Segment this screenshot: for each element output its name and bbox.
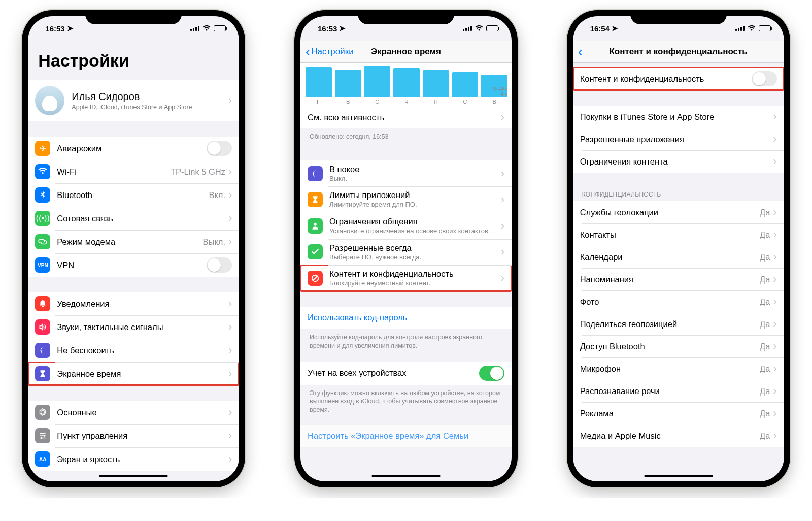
screen: 16:54 ➤ Контент и конфиденциальность Кон… (573, 16, 784, 481)
settings-row[interactable]: Ограничения общенияУстановите ограничени… (300, 213, 512, 239)
settings-row[interactable]: Разрешенные всегдаВыберите ПО, нужное вс… (300, 239, 512, 266)
row-toggle[interactable] (207, 141, 232, 156)
settings-row[interactable]: Покупки в iTunes Store и App Store (573, 106, 784, 128)
notch (85, 10, 182, 24)
row-icon (308, 218, 323, 234)
settings-row[interactable]: Доступ BluetoothДа (573, 335, 784, 357)
content-privacy-toggle-row[interactable]: Контент и конфиденциальность (573, 67, 784, 90)
settings-row[interactable]: Медиа и Apple MusicДа (573, 425, 784, 447)
usage-chart[interactable]: средн. 4 ч ПВСЧПСВ (300, 63, 512, 106)
chart-bar (423, 70, 449, 97)
row-toggle[interactable] (207, 257, 232, 273)
row-icon (308, 166, 323, 181)
profile-name: Илья Сидоров (72, 91, 228, 103)
row-icon (35, 164, 50, 179)
settings-row[interactable]: ✈︎Авиарежим (28, 137, 239, 160)
row-value: Да (760, 252, 770, 262)
signal-icon (190, 26, 199, 31)
status-time: 16:53 (45, 24, 64, 33)
notch (358, 10, 454, 24)
home-indicator[interactable] (99, 475, 168, 477)
settings-row[interactable]: Контент и конфиденциальностьБлокируйте н… (300, 265, 512, 291)
settings-row[interactable]: РекламаДа (573, 402, 784, 425)
settings-row[interactable]: Основные (28, 401, 239, 424)
screen: 16:53 ➤ Настройки Илья Сидоров Apple ID,… (28, 16, 239, 481)
chevron-icon (501, 272, 504, 285)
row-sublabel: Лимитируйте время для ПО. (329, 201, 501, 209)
settings-row[interactable]: Режим модемаВыкл. (28, 230, 239, 253)
share-toggle[interactable] (479, 366, 504, 381)
nav-bar: Настройки Экранное время (300, 41, 512, 63)
settings-row[interactable]: Не беспокоить (28, 339, 239, 362)
settings-row[interactable]: Поделиться геопозициейДа (573, 313, 784, 335)
row-label: Сотовая связь (57, 214, 228, 223)
settings-row[interactable]: В покоеВыкл. (300, 160, 512, 187)
settings-row[interactable]: МикрофонДа (573, 357, 784, 380)
back-button[interactable]: Настройки (306, 45, 354, 59)
row-label: Медиа и Apple Music (580, 431, 760, 441)
settings-row[interactable]: Звуки, тактильные сигналы (28, 315, 239, 339)
chevron-icon (228, 235, 232, 248)
row-label: Экран и яркость (57, 454, 228, 464)
row-label: Поделиться геопозицией (580, 319, 760, 329)
chevron-icon (501, 245, 504, 258)
settings-row[interactable]: VPNVPN (28, 253, 239, 277)
settings-row[interactable]: Ограничения контента (573, 150, 784, 173)
settings-row[interactable]: Разрешенные приложения (573, 128, 784, 150)
settings-row[interactable]: Уведомления (28, 292, 239, 315)
row-icon (35, 428, 50, 443)
settings-row[interactable]: AAЭкран и яркость (28, 447, 239, 471)
chevron-icon (773, 273, 776, 286)
avatar (35, 86, 64, 115)
back-button[interactable] (578, 45, 583, 59)
home-indicator[interactable] (371, 475, 440, 477)
settings-row[interactable]: Пункт управления (28, 424, 239, 447)
row-value: Да (760, 208, 770, 217)
settings-row[interactable]: КалендариДа (573, 246, 784, 268)
chevron-left-icon (306, 45, 310, 59)
settings-row[interactable]: КонтактыДа (573, 223, 784, 246)
settings-row[interactable]: BluetoothВкл. (28, 183, 239, 207)
row-label: Звуки, тактильные сигналы (57, 322, 228, 332)
settings-row[interactable]: ФотоДа (573, 290, 784, 313)
family-label: Настроить «Экранное время» для Семьи (308, 431, 504, 441)
row-label: Фото (580, 297, 760, 307)
chart-avg-value: 4 ч (500, 91, 507, 97)
see-all-activity[interactable]: См. всю активность (300, 106, 512, 128)
passcode-footer: Используйте код-пароль для контроля наст… (300, 329, 512, 354)
share-across-devices[interactable]: Учет на всех устройствах (300, 362, 512, 385)
chevron-icon (773, 384, 776, 398)
chart-bar (452, 72, 479, 97)
row-value: Да (760, 386, 770, 396)
chart-day-label: С (452, 99, 479, 105)
home-indicator[interactable] (644, 475, 713, 477)
row-label: Ограничения контента (580, 157, 773, 167)
settings-row[interactable]: ((•))Сотовая связь (28, 207, 239, 230)
notch (630, 10, 727, 24)
setup-family[interactable]: Настроить «Экранное время» для Семьи (300, 425, 512, 447)
row-value: Да (760, 297, 770, 307)
row-label: VPN (57, 260, 207, 270)
row-label: Доступ Bluetooth (580, 342, 760, 351)
signal-icon (463, 26, 472, 31)
use-passcode[interactable]: Использовать код-пароль (300, 307, 512, 329)
apple-id-cell[interactable]: Илья Сидоров Apple ID, iCloud, iTunes St… (28, 80, 239, 121)
settings-row[interactable]: Лимиты приложенийЛимитируйте время для П… (300, 186, 512, 213)
location-icon: ➤ (67, 24, 74, 33)
settings-row[interactable]: Распознавание речиДа (573, 380, 784, 402)
chevron-icon (228, 188, 232, 202)
settings-row[interactable]: Экранное время (28, 362, 239, 385)
share-label: Учет на всех устройствах (308, 368, 479, 378)
row-icon (35, 234, 50, 249)
settings-row[interactable]: НапоминанияДа (573, 268, 784, 290)
screentime-features: В покоеВыкл.Лимиты приложенийЛимитируйте… (300, 160, 512, 291)
toggle-label: Контент и конфиденциальность (580, 74, 752, 84)
row-value: Да (760, 319, 770, 329)
row-label: Контент и конфиденциальность (329, 269, 501, 279)
settings-row[interactable]: Wi-FiTP-Link 5 GHz (28, 160, 239, 183)
chevron-left-icon (578, 45, 583, 59)
chevron-icon (228, 406, 232, 419)
content-privacy-toggle[interactable] (752, 71, 777, 86)
chevron-icon (228, 429, 232, 442)
settings-row[interactable]: Службы геолокацииДа (573, 201, 784, 223)
